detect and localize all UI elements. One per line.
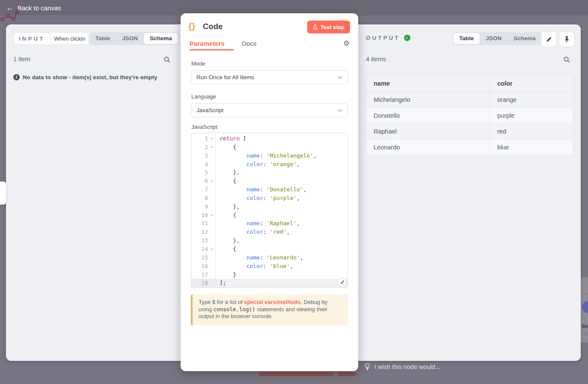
side-panel-handle[interactable] bbox=[0, 182, 6, 205]
table-row[interactable]: Raphaelred bbox=[366, 124, 573, 140]
mode-label: Mode bbox=[191, 60, 205, 67]
pencil-icon bbox=[546, 36, 552, 43]
active-tab-underline bbox=[190, 49, 234, 51]
gutter: 16 bbox=[191, 262, 216, 271]
table-row[interactable]: Leonardoblue bbox=[366, 140, 573, 155]
console-log-code: console.log() bbox=[214, 306, 255, 313]
gutter: 2 bbox=[191, 143, 216, 152]
info-icon: i bbox=[13, 74, 20, 80]
input-node-button[interactable]: When clickin bbox=[50, 33, 91, 45]
gutter: 6 bbox=[191, 177, 216, 185]
node-icon-partial bbox=[582, 301, 588, 313]
success-check-icon: ✓ bbox=[404, 35, 410, 41]
column-header[interactable]: name bbox=[366, 75, 490, 92]
fold-chevron-icon[interactable] bbox=[208, 146, 215, 149]
flask-icon bbox=[313, 24, 318, 30]
gutter: 5 bbox=[191, 168, 216, 177]
gutter: 7 bbox=[191, 185, 216, 194]
gutter: 9 bbox=[191, 202, 216, 211]
divider bbox=[581, 294, 588, 294]
tab-docs[interactable]: Docs bbox=[242, 40, 256, 47]
code-line-9[interactable]: 9 }, bbox=[191, 202, 347, 211]
code-line-17[interactable]: 17 } bbox=[191, 271, 347, 279]
table-cell: blue bbox=[490, 140, 573, 155]
resize-handle[interactable] bbox=[339, 278, 346, 286]
tab-table[interactable]: Table bbox=[89, 33, 116, 44]
fold-chevron-icon[interactable] bbox=[208, 214, 215, 217]
table-cell: Michelangelo bbox=[366, 92, 490, 108]
pin-icon bbox=[564, 36, 570, 43]
tab-schema[interactable]: Schema bbox=[144, 33, 178, 44]
wish-feedback-link[interactable]: I wish this node would... bbox=[365, 363, 440, 370]
code-editor[interactable]: 1return [2 {3 name: 'Michelangelo',4 col… bbox=[191, 133, 348, 288]
test-step-button[interactable]: Test step bbox=[307, 21, 350, 33]
gear-icon[interactable]: ⚙ bbox=[343, 39, 350, 48]
code-line-7[interactable]: 7 name: 'Donatello', bbox=[191, 185, 347, 194]
code-line-14[interactable]: 14 { bbox=[191, 245, 347, 253]
output-search-button[interactable] bbox=[563, 56, 570, 63]
gutter: 12 bbox=[191, 228, 216, 236]
n8n-logo-icon bbox=[0, 7, 21, 22]
code-line-6[interactable]: 6 { bbox=[191, 177, 347, 185]
tab-parameters[interactable]: Parameters bbox=[190, 40, 225, 47]
table-cell: Raphael bbox=[366, 124, 490, 140]
table-cell: red bbox=[490, 124, 573, 140]
fold-chevron-icon[interactable] bbox=[208, 180, 215, 182]
input-search-button[interactable] bbox=[163, 56, 171, 63]
special-vars-link[interactable]: special vars/methods bbox=[244, 299, 300, 305]
input-view-tabs: TableJSONSchema bbox=[89, 32, 179, 45]
language-label: Language bbox=[191, 93, 216, 100]
edit-output-button[interactable] bbox=[541, 31, 557, 47]
code-line-2[interactable]: 2 { bbox=[191, 143, 347, 152]
back-label: Back to canvas bbox=[18, 4, 61, 12]
tab-schema[interactable]: Schema bbox=[508, 33, 542, 44]
code-node-icon: {} bbox=[188, 21, 195, 31]
lightbulb-icon bbox=[365, 363, 370, 370]
tab-json[interactable]: JSON bbox=[480, 33, 508, 44]
table-row[interactable]: Donatellopurple bbox=[366, 108, 573, 124]
table-cell: Donatello bbox=[366, 108, 490, 124]
code-line-3[interactable]: 3 name: 'Michelangelo', bbox=[191, 152, 347, 160]
search-icon bbox=[163, 56, 171, 63]
resize-icon bbox=[340, 280, 344, 284]
test-workflow-button-dimmed bbox=[259, 372, 333, 376]
output-title: OUTPUT bbox=[366, 35, 400, 41]
gutter: 13 bbox=[191, 236, 216, 245]
pin-data-button[interactable] bbox=[559, 31, 575, 47]
code-line-10[interactable]: 10 { bbox=[191, 211, 347, 220]
code-line-15[interactable]: 15 name: 'Leonardo', bbox=[191, 253, 347, 262]
output-view-tabs: TableJSONSchema bbox=[452, 32, 543, 45]
code-line-18[interactable]: 18]; bbox=[191, 279, 347, 287]
code-line-11[interactable]: 11 name: 'Raphael', bbox=[191, 219, 347, 228]
chevron-down-icon bbox=[337, 109, 342, 112]
code-line-1[interactable]: 1return [ bbox=[191, 134, 347, 143]
tab-json[interactable]: JSON bbox=[116, 33, 144, 44]
code-line-4[interactable]: 4 color: 'orange', bbox=[191, 160, 347, 169]
table-cell: Leonardo bbox=[366, 140, 490, 155]
tab-table[interactable]: Table bbox=[453, 33, 480, 44]
code-line-5[interactable]: 5 }, bbox=[191, 168, 347, 177]
code-line-16[interactable]: 16 color: 'blue', bbox=[191, 262, 347, 271]
fold-chevron-icon[interactable] bbox=[208, 137, 215, 140]
fold-chevron-icon[interactable] bbox=[208, 248, 215, 250]
chevron-down-icon bbox=[337, 76, 342, 79]
code-line-13[interactable]: 13 }, bbox=[191, 236, 347, 245]
canvas-button-dimmed bbox=[338, 372, 356, 376]
gutter: 10 bbox=[191, 211, 216, 220]
column-header[interactable]: color bbox=[490, 75, 573, 92]
mode-value: Run Once for All Items bbox=[196, 74, 254, 80]
table-row[interactable]: Michelangeloorange bbox=[366, 92, 573, 108]
input-node-selector: INPUT When clickin bbox=[13, 32, 92, 45]
language-value: JavaScript bbox=[196, 107, 223, 113]
wish-text: I wish this node would... bbox=[374, 363, 440, 370]
code-lines: 1return [2 {3 name: 'Michelangelo',4 col… bbox=[191, 133, 347, 287]
gutter: 17 bbox=[191, 271, 216, 279]
partial-node-title: Dis bbox=[582, 324, 588, 329]
code-line-8[interactable]: 8 color: 'purple', bbox=[191, 194, 347, 202]
mode-select[interactable]: Run Once for All Items bbox=[191, 70, 348, 84]
gutter: 14 bbox=[191, 245, 216, 253]
language-select[interactable]: JavaScript bbox=[191, 103, 348, 117]
table-cell: purple bbox=[490, 108, 573, 124]
gutter: 15 bbox=[191, 253, 216, 262]
code-line-12[interactable]: 12 color: 'red', bbox=[191, 228, 347, 236]
